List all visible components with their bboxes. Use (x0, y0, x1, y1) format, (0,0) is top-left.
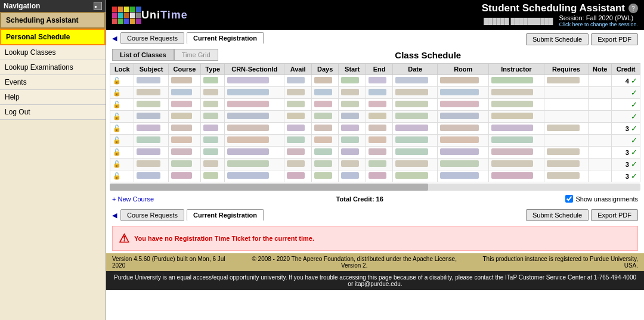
blurred-cell (339, 111, 366, 123)
col-course: Course (168, 64, 201, 75)
sidebar-item-logout[interactable]: Log Out (0, 105, 106, 120)
col-start: Start (339, 64, 366, 75)
tab-course-requests[interactable]: Course Requests (120, 32, 184, 44)
credit-value: 4 (626, 77, 629, 85)
col-instructor: Instructor (489, 64, 544, 75)
logo-area: UniTime (112, 7, 188, 24)
sidebar: Navigation ▪ Scheduling Assistant Person… (0, 0, 106, 320)
credit-cell: ✓ (612, 99, 640, 111)
sidebar-item-lookup-examinations[interactable]: Lookup Examinations (0, 60, 106, 75)
lock-icon[interactable]: 🔓 (113, 136, 121, 144)
sidebar-item-events[interactable]: Events (0, 75, 106, 90)
action-buttons: Submit Schedule Export PDF (526, 33, 638, 45)
tab-current-registration[interactable]: Current Registration (187, 32, 264, 44)
credit-cell: ✓ (612, 87, 640, 99)
sidebar-item-scheduling-assistant[interactable]: Scheduling Assistant (0, 12, 106, 29)
blurred-cell (225, 170, 284, 182)
blurred-cell (284, 123, 312, 135)
check-icon: ✓ (631, 88, 637, 97)
bottom-back-arrow[interactable]: ◀ (112, 212, 117, 219)
blurred-cell (339, 147, 366, 159)
header-row: ◀ Course Requests Current Registration S… (106, 30, 644, 49)
blurred-cell (339, 170, 366, 182)
lock-icon[interactable]: 🔓 (113, 125, 121, 132)
blurred-cell (134, 111, 168, 123)
bottom-tab-course-requests[interactable]: Course Requests (120, 209, 184, 221)
requires-cell (544, 159, 589, 170)
col-room: Room (438, 64, 489, 75)
blurred-cell (168, 159, 201, 170)
sidebar-item-personal-schedule[interactable]: Personal Schedule (0, 29, 106, 45)
col-subject: Subject (134, 64, 168, 75)
blurred-cell (134, 123, 168, 135)
show-unassignments-checkbox[interactable] (565, 195, 573, 203)
blurred-cell (134, 87, 168, 99)
blurred-cell (393, 111, 438, 123)
main-tab-row: ◀ Course Requests Current Registration (112, 32, 526, 44)
table-row: 🔓3 ✓ (110, 159, 640, 170)
requires-cell (544, 111, 589, 123)
blurred-cell (311, 123, 339, 135)
lock-icon[interactable]: 🔓 (113, 113, 121, 120)
new-course-button[interactable]: + New Course (112, 195, 154, 203)
blurred-cell (393, 135, 438, 147)
user-info: ██████ ██████████ (484, 18, 553, 24)
blurred-cell (393, 159, 438, 170)
table-row: 🔓 ✓ (110, 87, 640, 99)
lock-icon[interactable]: 🔓 (113, 89, 121, 96)
blurred-cell (311, 75, 339, 87)
blurred-cell (201, 111, 225, 123)
bottom-submit-schedule-button[interactable]: Submit Schedule (526, 209, 589, 221)
check-icon: ✓ (631, 148, 637, 157)
note-cell (589, 111, 612, 123)
blurred-cell (284, 170, 312, 182)
horizontal-scrollbar[interactable] (110, 184, 640, 191)
blurred-cell (225, 99, 284, 111)
requires-cell (544, 170, 589, 182)
note-cell (589, 75, 612, 87)
blurred-cell (366, 99, 393, 111)
lock-icon[interactable]: 🔓 (113, 172, 121, 179)
sub-tab-time-grid[interactable]: Time Grid (174, 49, 218, 61)
blurred-cell (438, 135, 489, 147)
table-row: 🔓3 ✓ (110, 123, 640, 135)
blurred-cell (311, 147, 339, 159)
blurred-cell (168, 111, 201, 123)
blurred-cell (134, 159, 168, 170)
session-link[interactable]: Click here to change the session. (559, 21, 638, 27)
lock-icon[interactable]: 🔓 (113, 101, 121, 108)
export-pdf-button[interactable]: Export PDF (591, 33, 638, 45)
back-arrow[interactable]: ◀ (112, 35, 117, 42)
lock-icon[interactable]: 🔓 (113, 77, 121, 84)
accessibility-text: Purdue University is an equal access/equ… (114, 274, 636, 287)
credit-cell: 3 ✓ (612, 170, 640, 182)
blurred-cell (201, 123, 225, 135)
blurred-cell (339, 135, 366, 147)
blurred-cell (339, 99, 366, 111)
submit-schedule-button[interactable]: Submit Schedule (526, 33, 589, 45)
bottom-export-pdf-button[interactable]: Export PDF (591, 209, 638, 221)
blurred-cell (284, 87, 312, 99)
blurred-cell (201, 99, 225, 111)
sidebar-item-help[interactable]: Help (0, 90, 106, 105)
lock-icon[interactable]: 🔓 (113, 148, 121, 156)
blurred-cell (201, 135, 225, 147)
blurred-cell (284, 135, 312, 147)
credit-cell: 3 ✓ (612, 123, 640, 135)
sub-tab-row: List of Classes Time Grid Class Schedule (106, 49, 644, 63)
note-cell (589, 170, 612, 182)
check-icon: ✓ (631, 172, 637, 181)
blurred-cell (366, 75, 393, 87)
total-credit-label: Total Credit: 16 (160, 195, 559, 203)
lock-icon[interactable]: 🔓 (113, 160, 121, 167)
sidebar-minimize-icon[interactable]: ▪ (94, 2, 102, 10)
sub-tab-list-of-classes[interactable]: List of Classes (112, 49, 174, 61)
sidebar-item-lookup-classes[interactable]: Lookup Classes (0, 45, 106, 60)
blurred-cell (311, 99, 339, 111)
help-icon[interactable]: ? (628, 4, 638, 13)
credit-value: 3 (626, 149, 629, 156)
blurred-cell (225, 123, 284, 135)
bottom-tab-current-registration[interactable]: Current Registration (187, 209, 264, 221)
blurred-cell (311, 170, 339, 182)
blurred-cell (438, 111, 489, 123)
